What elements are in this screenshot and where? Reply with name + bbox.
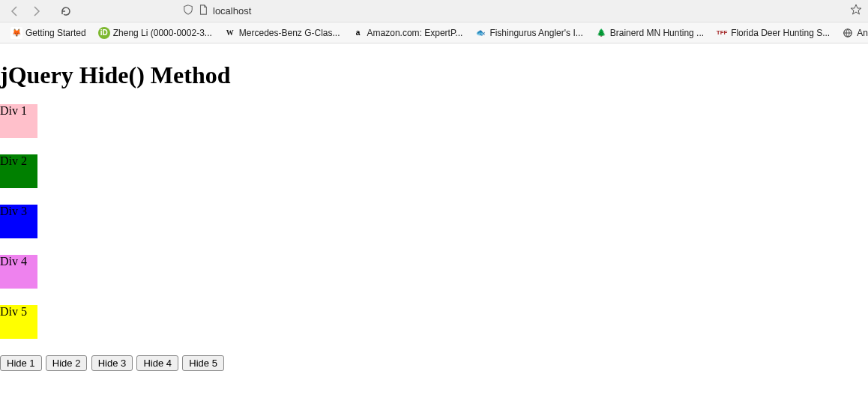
tree-icon: 🌲	[595, 27, 607, 39]
bookmark-zheng-li[interactable]: iD Zheng Li (0000-0002-3...	[94, 25, 217, 40]
bookmark-label: Zheng Li (0000-0002-3...	[113, 28, 212, 38]
star-icon[interactable]	[850, 4, 862, 18]
div-box-3: Div 3	[0, 205, 37, 238]
bookmark-label: Mercedes-Benz G-Clas...	[239, 28, 340, 38]
bookmark-another-res[interactable]: Another res	[837, 25, 868, 40]
bookmark-fishingurus[interactable]: 🐟 Fishingurus Angler's I...	[470, 25, 587, 40]
forward-button[interactable]	[27, 2, 45, 20]
bookmark-label: Florida Deer Hunting S...	[731, 28, 830, 38]
div-label: Div 1	[0, 104, 27, 117]
firefox-icon: 🦊	[10, 27, 22, 39]
bookmark-amazon[interactable]: a Amazon.com: ExpertP...	[348, 25, 468, 40]
wikipedia-icon: W	[224, 27, 236, 39]
div-box-2: Div 2	[0, 154, 37, 188]
div-label: Div 5	[0, 305, 27, 318]
hide-3-button[interactable]: Hide 3	[91, 355, 133, 371]
div-box-1: Div 1	[0, 104, 37, 138]
page-icon	[198, 4, 208, 17]
hide-1-button[interactable]: Hide 1	[0, 355, 42, 371]
bookmark-florida-deer[interactable]: TFF Florida Deer Hunting S...	[711, 25, 834, 40]
bookmark-label: Amazon.com: ExpertP...	[367, 28, 463, 38]
bookmark-brainerd[interactable]: 🌲 Brainerd MN Hunting ...	[591, 25, 708, 40]
amazon-icon: a	[352, 27, 364, 39]
bookmarks-bar: 🦊 Getting Started iD Zheng Li (0000-0002…	[0, 22, 868, 43]
orcid-icon: iD	[98, 27, 110, 39]
address-bar[interactable]: localhost	[183, 4, 847, 17]
bookmark-label: Another res	[857, 28, 868, 38]
page-heading: jQuery Hide() Method	[0, 61, 868, 89]
bookmark-label: Fishingurus Angler's I...	[489, 28, 582, 38]
url-text: localhost	[213, 5, 251, 16]
bookmark-label: Brainerd MN Hunting ...	[610, 28, 704, 38]
bookmark-getting-started[interactable]: 🦊 Getting Started	[6, 25, 91, 40]
div-box-4: Div 4	[0, 255, 37, 289]
div-label: Div 2	[0, 154, 27, 167]
tff-icon: TFF	[716, 27, 728, 39]
reload-button[interactable]	[57, 2, 75, 20]
browser-toolbar: localhost	[0, 0, 868, 22]
fish-icon: 🐟	[474, 27, 486, 39]
bookmark-label: Getting Started	[25, 28, 86, 38]
bookmark-mercedes[interactable]: W Mercedes-Benz G-Clas...	[220, 25, 345, 40]
globe-icon	[842, 27, 854, 39]
hide-2-button[interactable]: Hide 2	[46, 355, 88, 371]
page-content: jQuery Hide() Method Div 1 Div 2 Div 3 D…	[0, 43, 868, 371]
hide-5-button[interactable]: Hide 5	[182, 355, 224, 371]
shield-icon	[183, 4, 193, 17]
button-row: Hide 1 Hide 2 Hide 3 Hide 4 Hide 5	[0, 355, 868, 371]
div-label: Div 4	[0, 255, 27, 268]
div-label: Div 3	[0, 205, 27, 217]
back-button[interactable]	[6, 2, 24, 20]
div-box-5: Div 5	[0, 305, 37, 339]
hide-4-button[interactable]: Hide 4	[136, 355, 178, 371]
